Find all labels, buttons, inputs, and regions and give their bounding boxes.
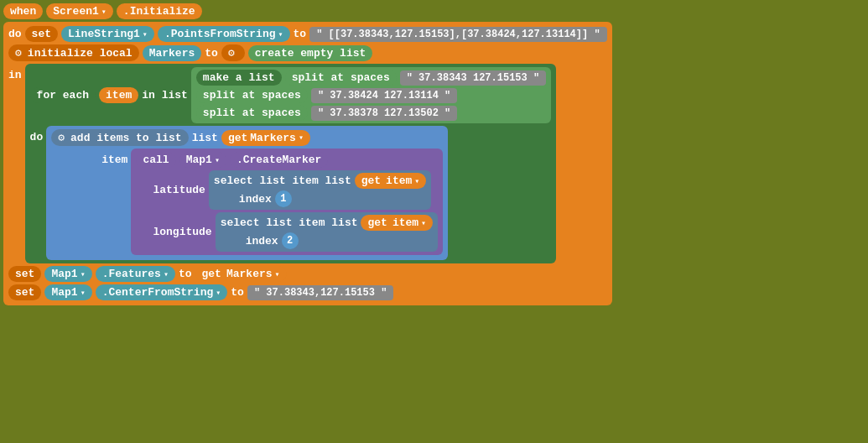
do2-label: do bbox=[30, 131, 44, 143]
create-marker-wrapper: call Map1 .CreateMarker latitude bbox=[131, 149, 443, 255]
split-val-1: " 37.38343 127.15153 " bbox=[400, 70, 546, 86]
add-items-header: add items to list list get Markers bbox=[51, 129, 443, 146]
index-label-2: index bbox=[246, 235, 278, 248]
gear-add: add items to list bbox=[51, 129, 188, 146]
select-list-label-1: select list item list bbox=[214, 175, 351, 187]
index-lng-row: index 2 bbox=[221, 232, 433, 249]
center-prop[interactable]: .CenterFromString bbox=[96, 284, 228, 300]
markers-pill: Markers bbox=[143, 45, 202, 61]
make-list-btn: make a list bbox=[196, 70, 282, 86]
initialize-local-label: initialize local bbox=[28, 47, 133, 60]
lng-label: longitude bbox=[153, 226, 211, 238]
set-features-row: set Map1 .Features to get Markers bbox=[8, 266, 607, 282]
split-spaces-3: split at spaces bbox=[196, 105, 308, 121]
initialize-event: .Initialize bbox=[117, 3, 202, 19]
select-lng-wrapper: select list item list get item bbox=[216, 212, 438, 252]
index-label-1: index bbox=[239, 193, 272, 206]
to-label-3: to bbox=[179, 268, 192, 280]
lat-label: latitude bbox=[153, 184, 205, 196]
foreach-section: in for each item in list make a list bbox=[8, 64, 607, 263]
linestring-var[interactable]: LineString1 bbox=[61, 26, 154, 42]
longitude-row: longitude select list item list get bbox=[136, 212, 438, 252]
event-label: .Initialize bbox=[123, 5, 195, 18]
call-row: call Map1 .CreateMarker bbox=[136, 152, 438, 168]
select-list-label-2: select list item list bbox=[221, 216, 358, 229]
select-lng-row: select list item list get item bbox=[221, 215, 433, 231]
to-label-1: to bbox=[294, 28, 307, 40]
select-lat-row: select list item list get item bbox=[214, 173, 426, 189]
set-linestring-row: do set LineString1 .PointsFromString to … bbox=[8, 26, 607, 42]
split-row-1: split at spaces " 37.38343 127.15153 " bbox=[285, 70, 546, 86]
map1-features-var[interactable]: Map1 bbox=[44, 266, 91, 282]
screen1-label: Screen1 bbox=[53, 5, 99, 18]
split-val-2: " 37.38424 127.13114 " bbox=[311, 88, 457, 103]
foreach-label: for each bbox=[30, 87, 96, 103]
set-center-row: set Map1 .CenterFromString to " 37.38343… bbox=[8, 284, 607, 300]
index-2-circle: 2 bbox=[282, 232, 299, 249]
in-list-label: in list bbox=[142, 89, 188, 102]
to-label-2: to bbox=[205, 47, 218, 60]
gear-icon-2 bbox=[221, 44, 245, 61]
set-kw-3: set bbox=[8, 284, 41, 300]
do-add-section: do add items to list list get Markers bbox=[30, 126, 552, 260]
set-kw-1: set bbox=[25, 26, 58, 42]
set-kw-2: set bbox=[8, 266, 41, 282]
index-1-circle: 1 bbox=[275, 190, 292, 207]
in-label: in bbox=[8, 69, 22, 81]
get-markers-2[interactable]: get Markers bbox=[195, 266, 287, 282]
create-marker-method: .CreateMarker bbox=[230, 152, 328, 168]
screen1-dropdown[interactable]: Screen1 bbox=[46, 3, 113, 19]
foreach-header: for each item in list make a list split … bbox=[30, 67, 552, 123]
create-empty-list: create empty list bbox=[248, 45, 373, 61]
map1-dropdown[interactable]: Map1 bbox=[179, 152, 226, 168]
make-list-row: make a list split at spaces " 37.38343 1… bbox=[196, 70, 546, 86]
call-label: call bbox=[136, 152, 175, 168]
list-label: list bbox=[192, 132, 218, 144]
latitude-row: latitude select list item list get bbox=[136, 170, 438, 210]
map1-center-var[interactable]: Map1 bbox=[44, 284, 91, 300]
item-call-row: item call Map1 .CreateMarker bbox=[101, 149, 443, 255]
when-block: when bbox=[3, 3, 43, 19]
initialize-local-row: initialize local Markers to create empty… bbox=[8, 44, 607, 61]
add-items-wrapper: add items to list list get Markers item bbox=[46, 126, 448, 260]
item-label2: item bbox=[101, 154, 127, 166]
split-val-3: " 37.38378 127.13502 " bbox=[311, 106, 457, 121]
get-item-lng[interactable]: get item bbox=[361, 215, 433, 231]
get-markers-dropdown[interactable]: get Markers bbox=[221, 130, 310, 146]
get-label: get bbox=[228, 132, 247, 144]
to-label-4: to bbox=[231, 286, 244, 299]
split-spaces-2: split at spaces bbox=[196, 87, 308, 103]
split-spaces-1: split at spaces bbox=[285, 70, 397, 86]
item-pill: item bbox=[99, 87, 138, 103]
center-value: " 37.38343,127.15153 " bbox=[247, 285, 393, 300]
linestring-value: " [[37.38343,127.15153],[37.38424,127.13… bbox=[309, 27, 606, 42]
make-list-wrapper: make a list split at spaces " 37.38343 1… bbox=[191, 67, 551, 123]
gear-icon-1: initialize local bbox=[8, 44, 139, 61]
get-item-lat[interactable]: get item bbox=[355, 173, 427, 189]
outer-container: do set LineString1 .PointsFromString to … bbox=[3, 22, 612, 305]
split-row-2: split at spaces " 37.38424 127.13114 " bbox=[196, 87, 546, 103]
points-from-string[interactable]: .PointsFromString bbox=[158, 26, 290, 42]
split-row-3: split at spaces " 37.38378 127.13502 " bbox=[196, 105, 546, 121]
select-lat-wrapper: select list item list get item bbox=[209, 170, 431, 210]
markers-var: Markers bbox=[250, 132, 296, 144]
features-prop[interactable]: .Features bbox=[96, 266, 175, 282]
foreach-wrapper: for each item in list make a list split … bbox=[25, 64, 557, 263]
index-lat-row: index 1 bbox=[214, 190, 426, 207]
when-label: when bbox=[10, 5, 36, 18]
do-label: do bbox=[8, 28, 22, 40]
